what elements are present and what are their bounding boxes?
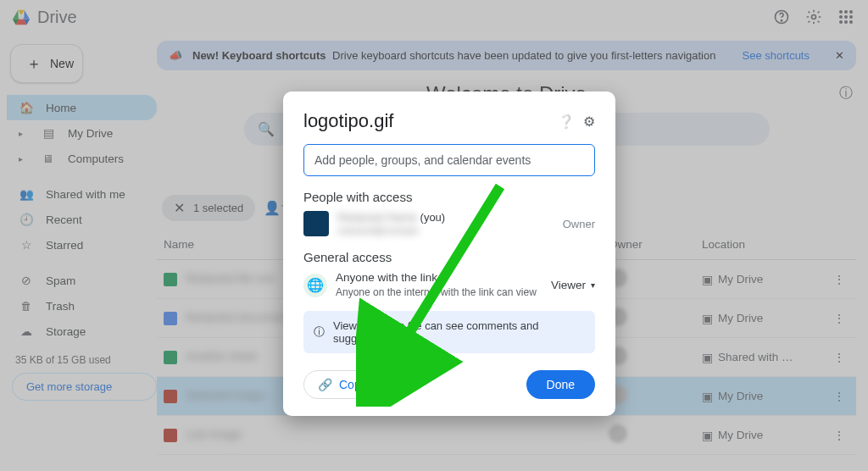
share-dialog-title: logotipo.gif: [303, 110, 549, 132]
copy-link-button[interactable]: 🔗 Copy link: [303, 370, 403, 399]
info-icon: ⓘ: [314, 324, 325, 340]
person-email: redacted@example: [337, 225, 419, 236]
globe-icon: 🌐: [303, 274, 327, 297]
share-dialog: logotipo.gif ❔ ⚙ People with access Reda…: [283, 91, 615, 416]
avatar: [303, 211, 329, 236]
people-with-access-heading: People with access: [303, 190, 595, 204]
person-name-block: Redacted Name (you) redacted@example: [337, 211, 445, 236]
settings-gear-icon[interactable]: ⚙: [583, 114, 595, 130]
link-icon: 🔗: [318, 378, 332, 391]
general-access-heading: General access: [303, 250, 595, 264]
note-text: Viewers of this file can see comments an…: [333, 319, 585, 345]
person-row: Redacted Name (you) redacted@example Own…: [303, 211, 595, 236]
link-scope-dropdown[interactable]: Anyone with the link▾: [336, 271, 537, 284]
chevron-down-icon: ▾: [442, 273, 447, 282]
link-scope-description: Anyone on the internet with the link can…: [336, 286, 537, 298]
help-icon[interactable]: ❔: [558, 114, 575, 130]
person-name: Redacted Name: [337, 211, 417, 224]
you-suffix: (you): [417, 211, 445, 224]
add-people-input[interactable]: [303, 144, 595, 176]
done-button[interactable]: Done: [526, 370, 595, 399]
chevron-down-icon: ▾: [591, 280, 595, 290]
person-role: Owner: [563, 218, 595, 230]
copy-link-label: Copy link: [339, 378, 388, 391]
viewer-note: ⓘ Viewers of this file can see comments …: [303, 311, 595, 353]
role-dropdown[interactable]: Viewer▾: [551, 279, 595, 291]
general-access-row: 🌐 Anyone with the link▾ Anyone on the in…: [303, 271, 595, 299]
